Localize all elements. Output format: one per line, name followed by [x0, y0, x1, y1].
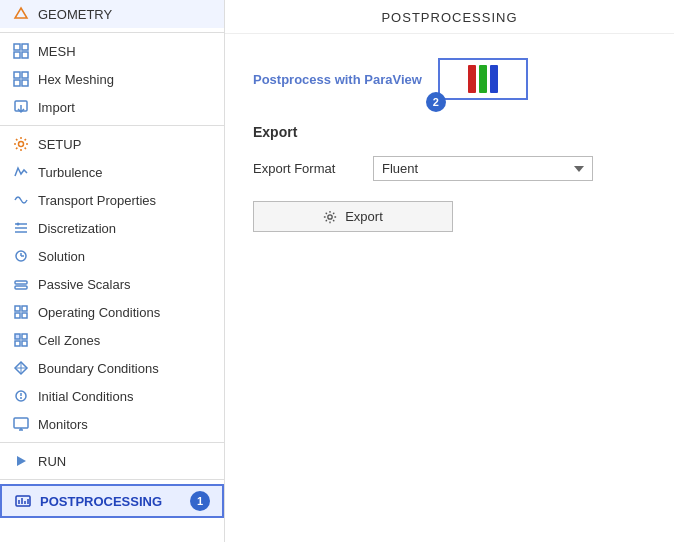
hex-icon	[12, 70, 30, 88]
svg-marker-36	[17, 456, 26, 466]
svg-rect-25	[22, 334, 27, 339]
sidebar-badge-1: 1	[190, 491, 210, 511]
sidebar-item-solution[interactable]: Solution	[0, 242, 224, 270]
svg-rect-23	[22, 313, 27, 318]
postprocessing-icon	[14, 492, 32, 510]
setup-icon	[12, 135, 30, 153]
turbulence-icon	[12, 163, 30, 181]
svg-rect-2	[14, 52, 20, 58]
sidebar-item-discretization[interactable]: Discretization	[0, 214, 224, 242]
sidebar-item-monitors[interactable]: Monitors	[0, 410, 224, 438]
export-format-row: Export Format Fluent OpenFOAM CSV	[253, 156, 646, 181]
disc-icon	[12, 219, 30, 237]
monitors-icon	[12, 415, 30, 433]
paraview-row: Postprocess with ParaView 2	[253, 58, 646, 100]
svg-rect-24	[15, 334, 20, 339]
sidebar-item-initial-conditions[interactable]: Initial Conditions	[0, 382, 224, 410]
svg-point-10	[19, 142, 24, 147]
svg-rect-3	[22, 52, 28, 58]
sidebar-item-mesh[interactable]: MESH	[0, 37, 224, 65]
pv-bar-red	[468, 65, 476, 93]
mesh-icon	[12, 42, 30, 60]
initial-icon	[12, 387, 30, 405]
sidebar-item-geometry[interactable]: GEOMETRY	[0, 0, 224, 28]
export-section: Export Export Format Fluent OpenFOAM CSV…	[253, 124, 646, 232]
divider-2	[0, 125, 224, 126]
main-content: POSTPROCESSING Postprocess with ParaView…	[225, 0, 674, 542]
svg-rect-18	[15, 281, 27, 284]
boundary-icon	[12, 359, 30, 377]
export-format-label: Export Format	[253, 161, 353, 176]
svg-rect-0	[14, 44, 20, 50]
sidebar-item-operating-conditions[interactable]: Operating Conditions	[0, 298, 224, 326]
svg-rect-26	[15, 341, 20, 346]
paraview-label: Postprocess with ParaView	[253, 72, 422, 87]
svg-point-14	[17, 223, 20, 226]
pv-bar-green	[479, 65, 487, 93]
svg-point-42	[328, 214, 332, 218]
export-format-select[interactable]: Fluent OpenFOAM CSV	[373, 156, 593, 181]
sidebar-item-passive-scalars[interactable]: Passive Scalars	[0, 270, 224, 298]
sidebar-item-run[interactable]: RUN	[0, 447, 224, 475]
svg-point-32	[20, 397, 22, 399]
gear-icon	[323, 210, 337, 224]
paraview-logo	[468, 65, 498, 93]
export-button-label: Export	[345, 209, 383, 224]
transport-icon	[12, 191, 30, 209]
geometry-icon	[12, 5, 30, 23]
solution-icon	[12, 247, 30, 265]
main-body: Postprocess with ParaView 2 Export Expor…	[225, 34, 674, 542]
svg-rect-27	[22, 341, 27, 346]
sidebar-item-boundary-conditions[interactable]: Boundary Conditions	[0, 354, 224, 382]
svg-rect-5	[22, 72, 28, 78]
svg-rect-33	[14, 418, 28, 428]
svg-rect-19	[15, 286, 27, 289]
operating-icon	[12, 303, 30, 321]
svg-rect-20	[15, 306, 20, 311]
sidebar-item-turbulence[interactable]: Turbulence	[0, 158, 224, 186]
badge-2: 2	[426, 92, 446, 112]
export-title: Export	[253, 124, 646, 140]
sidebar-item-cell-zones[interactable]: Cell Zones	[0, 326, 224, 354]
page-title: POSTPROCESSING	[225, 0, 674, 34]
sidebar-item-postprocessing[interactable]: POSTPROCESSING 1	[0, 484, 224, 518]
divider-1	[0, 32, 224, 33]
scalars-icon	[12, 275, 30, 293]
run-icon	[12, 452, 30, 470]
paraview-button[interactable]	[438, 58, 528, 100]
sidebar-item-hex-meshing[interactable]: Hex Meshing	[0, 65, 224, 93]
svg-rect-6	[14, 80, 20, 86]
sidebar-item-import[interactable]: Import	[0, 93, 224, 121]
sidebar: GEOMETRY MESH Hex Meshing	[0, 0, 225, 542]
export-button[interactable]: Export	[253, 201, 453, 232]
svg-rect-7	[22, 80, 28, 86]
svg-rect-22	[15, 313, 20, 318]
divider-3	[0, 442, 224, 443]
import-icon	[12, 98, 30, 116]
cell-icon	[12, 331, 30, 349]
svg-rect-4	[14, 72, 20, 78]
pv-bar-blue	[490, 65, 498, 93]
svg-rect-21	[22, 306, 27, 311]
sidebar-item-transport-properties[interactable]: Transport Properties	[0, 186, 224, 214]
sidebar-item-setup[interactable]: SETUP	[0, 130, 224, 158]
svg-rect-1	[22, 44, 28, 50]
divider-4	[0, 479, 224, 480]
